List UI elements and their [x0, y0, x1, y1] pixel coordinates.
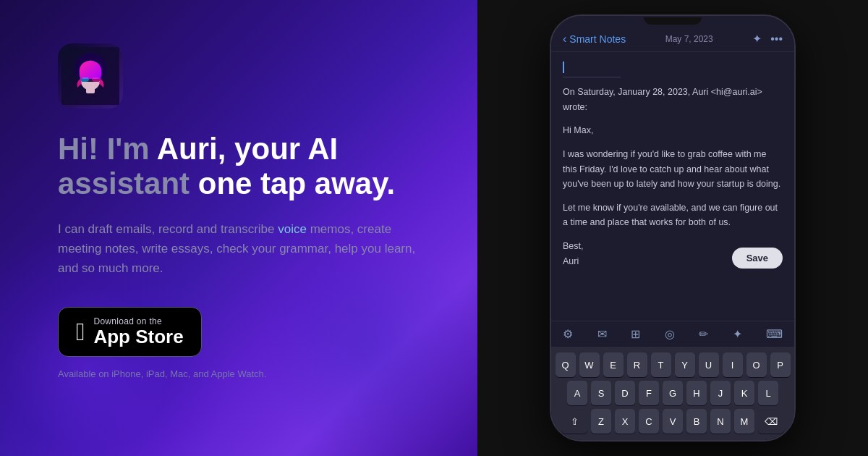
- key-y[interactable]: Y: [675, 352, 695, 377]
- key-k[interactable]: K: [734, 381, 754, 405]
- nav-date: May 7, 2023: [665, 34, 713, 44]
- ai-icon[interactable]: ✦: [733, 327, 742, 341]
- highlight-voice: voice: [278, 222, 307, 236]
- key-s[interactable]: S: [591, 381, 611, 405]
- key-t[interactable]: T: [651, 352, 671, 377]
- key-m[interactable]: M: [734, 409, 754, 434]
- status-bar: [551, 16, 794, 26]
- key-c[interactable]: C: [639, 409, 659, 434]
- key-h[interactable]: H: [686, 381, 707, 405]
- text-cursor: [563, 62, 564, 73]
- key-w[interactable]: W: [579, 352, 600, 377]
- key-d[interactable]: D: [615, 381, 635, 405]
- note-para1: I was wondering if you'd like to grab co…: [563, 147, 783, 192]
- keyboard-icon[interactable]: ⌨: [766, 327, 783, 341]
- headline: Hi! I'm Auri, your AI assistant one tap …: [58, 132, 395, 202]
- key-i[interactable]: I: [723, 352, 743, 377]
- available-text: Available on iPhone, iPad, Mac, and Appl…: [58, 368, 266, 379]
- app-store-top-text: Download on the: [93, 316, 183, 326]
- note-sign2: Auri: [563, 254, 584, 269]
- circle-check-icon[interactable]: ◎: [665, 327, 675, 341]
- key-u[interactable]: U: [699, 352, 719, 377]
- note-signature-row: Best, Auri Save: [563, 239, 783, 269]
- keyboard-row-3: ⇧ Z X C V B N M ⌫: [554, 409, 791, 434]
- left-panel: Hi! I'm Auri, your AI assistant one tap …: [0, 0, 477, 456]
- headline-gray2: assistant: [58, 166, 198, 200]
- key-j[interactable]: J: [710, 381, 731, 405]
- key-n[interactable]: N: [710, 409, 731, 434]
- headline-accent2: one tap away.: [198, 166, 395, 200]
- note-content: On Saturday, January 28, 2023, Auri <hi@…: [551, 52, 794, 321]
- app-toolbar: ⚙ ✉ ⊞ ◎ ✏ ✦ ⌨: [551, 321, 794, 347]
- note-body: On Saturday, January 28, 2023, Auri <hi@…: [563, 85, 783, 269]
- key-v[interactable]: V: [663, 409, 683, 434]
- note-greeting: Hi Max,: [563, 123, 783, 138]
- notch: [644, 17, 702, 25]
- key-shift[interactable]: ⇧: [561, 409, 587, 434]
- key-f[interactable]: F: [639, 381, 659, 405]
- app-store-bottom-text: App Store: [93, 326, 183, 347]
- email-icon[interactable]: ✉: [597, 327, 607, 341]
- nav-actions: ✦ •••: [752, 32, 783, 46]
- key-delete[interactable]: ⌫: [758, 409, 784, 434]
- nav-back[interactable]: ‹ Smart Notes: [563, 33, 626, 46]
- key-r[interactable]: R: [627, 352, 647, 377]
- key-z[interactable]: Z: [591, 409, 611, 434]
- more-options-icon[interactable]: •••: [770, 33, 783, 46]
- app-icon: [58, 43, 123, 109]
- headline-accent1: Auri, your AI: [157, 132, 338, 166]
- translate-icon[interactable]: ⊞: [631, 327, 640, 341]
- phone-mockup: ‹ Smart Notes May 7, 2023 ✦ ••• On Satur…: [550, 14, 796, 442]
- key-g[interactable]: G: [663, 381, 683, 405]
- note-para2: Let me know if you're available, and we …: [563, 200, 783, 230]
- app-store-button[interactable]:  Download on the App Store: [58, 307, 202, 357]
- edit-icon[interactable]: ✏: [699, 327, 708, 341]
- keyboard-row-2: A S D F G H J K L: [554, 381, 791, 405]
- key-x[interactable]: X: [615, 409, 635, 434]
- right-panel: ‹ Smart Notes May 7, 2023 ✦ ••• On Satur…: [477, 0, 868, 456]
- key-o[interactable]: O: [746, 352, 767, 377]
- cursor-line: [563, 61, 783, 74]
- settings-icon[interactable]: ⚙: [563, 327, 573, 341]
- key-a[interactable]: A: [567, 381, 587, 405]
- note-signature: Best, Auri: [563, 239, 584, 269]
- subtext: I can draft emails, record and transcrib…: [58, 219, 434, 279]
- note-header-text: On Saturday, January 28, 2023, Auri <hi@…: [563, 85, 783, 114]
- key-q[interactable]: Q: [556, 352, 576, 377]
- key-b[interactable]: B: [686, 409, 707, 434]
- auri-avatar-icon: [61, 47, 119, 105]
- app-store-btn-text: Download on the App Store: [93, 316, 183, 347]
- app-nav: ‹ Smart Notes May 7, 2023 ✦ •••: [551, 26, 794, 52]
- key-p[interactable]: P: [770, 352, 791, 377]
- key-l[interactable]: L: [758, 381, 778, 405]
- sparkle-icon[interactable]: ✦: [752, 32, 762, 46]
- keyboard: Q W E R T Y U I O P A S D F G H J K: [551, 347, 794, 440]
- nav-back-label: Smart Notes: [569, 33, 626, 45]
- note-sign1: Best,: [563, 239, 584, 254]
- divider: [563, 77, 621, 77]
- apple-logo-icon: : [76, 319, 85, 344]
- save-button[interactable]: Save: [732, 248, 783, 269]
- headline-gray1: Hi! I'm: [58, 132, 157, 166]
- back-chevron-icon: ‹: [563, 33, 566, 46]
- key-e[interactable]: E: [603, 352, 624, 377]
- keyboard-row-1: Q W E R T Y U I O P: [554, 352, 791, 377]
